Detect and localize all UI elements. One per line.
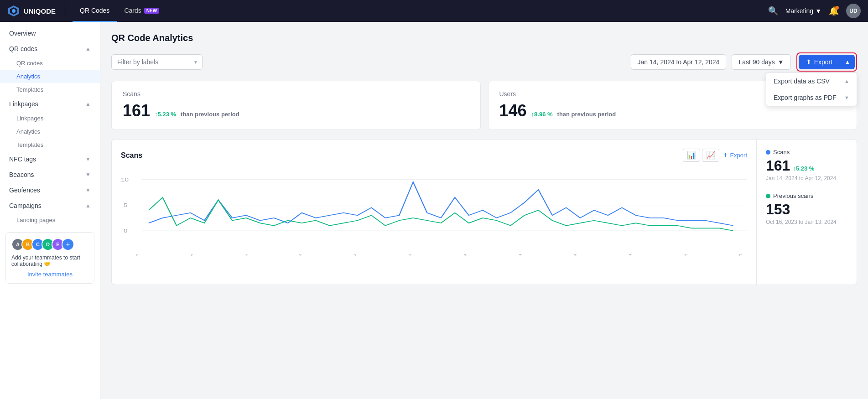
scans-change-text: than previous period	[181, 111, 239, 118]
scans-number: 161	[123, 101, 150, 120]
users-change-text: than previous period	[557, 111, 616, 118]
x-label-jan22: Jan 22	[189, 254, 198, 256]
filter-labels-select[interactable]: Filter by labels	[111, 54, 203, 70]
nav-divider	[65, 5, 65, 16]
export-small-icon: ⬆	[723, 152, 728, 159]
export-dropdown-toggle[interactable]: ▲	[840, 55, 855, 69]
chart-prev-label-row: Previous scans	[766, 192, 847, 199]
line-chart-button[interactable]: 📈	[702, 149, 719, 162]
x-label-feb23: Feb 23	[408, 254, 417, 256]
svg-text:0: 0	[124, 228, 127, 234]
sidebar-sub-templates-qr[interactable]: Templates	[0, 83, 100, 96]
invite-teammates-link[interactable]: Invite teammates	[11, 271, 88, 278]
team-selector[interactable]: Marketing ▼	[785, 7, 821, 15]
chevron-up-icon-lp: ▲	[85, 101, 91, 107]
chart-scans-value-row: 161 ↑5.23 %	[766, 157, 847, 174]
nav-tabs: QR Codes Cards NEW	[73, 0, 768, 22]
x-label-mar02: Mar 02	[463, 254, 473, 256]
sidebar: Overview QR codes ▲ QR codes Analytics T…	[0, 22, 100, 399]
sidebar-sub-linkpages[interactable]: Linkpages	[0, 112, 100, 125]
sidebar-sub-templates-lp[interactable]: Templates	[0, 138, 100, 151]
chevron-down-icon-period: ▼	[778, 58, 784, 66]
users-change: ↑8.96 %	[531, 111, 553, 118]
stat-card-scans: Scans 161 ↑5.23 % than previous period	[111, 81, 481, 130]
filter-label-wrap: Filter by labels	[111, 54, 203, 70]
app-logo[interactable]: UNIQODE	[7, 5, 56, 17]
x-label-feb07: Feb 07	[298, 254, 307, 256]
collab-avatars: A B C D E +	[11, 238, 88, 251]
export-container: ⬆ Export ▲ Export data as CSV ▲ Export g…	[796, 52, 857, 72]
prev-scans-line	[149, 197, 733, 231]
scans-dot	[766, 150, 770, 155]
sidebar-sub-landing-pages[interactable]: Landing pages	[0, 213, 100, 227]
export-dropdown: Export data as CSV ▲ Export graphs as PD…	[766, 73, 857, 106]
app-name: UNIQODE	[24, 7, 56, 15]
x-label-apr11: Apr 11	[738, 254, 747, 256]
chevron-up-icon: ▲	[85, 46, 91, 52]
x-label-mar10: Mar 10	[518, 254, 527, 256]
filter-bar: Filter by labels Jan 14, 2024 to Apr 12,…	[111, 52, 857, 72]
chart-area: 10 5 0 Jan 14 Jan 22 Jan 30 Feb 07	[121, 169, 747, 260]
chart-prev-value-row: 153	[766, 201, 847, 218]
export-highlight: ⬆ Export ▲	[796, 52, 857, 72]
x-axis-labels: Jan 14 Jan 22 Jan 30 Feb 07 Feb 15 Feb 2…	[135, 254, 747, 257]
chevron-up-icon-campaigns: ▲	[85, 202, 91, 209]
sidebar-sub-qrcodes[interactable]: QR codes	[0, 57, 100, 70]
chart-controls: 📊 📈	[683, 149, 719, 162]
chart-export-button[interactable]: ⬆ Export	[723, 152, 747, 159]
chart-scans-label-row: Scans	[766, 149, 847, 155]
collab-box: A B C D E + Add your teammates to start …	[5, 232, 94, 284]
chart-title-label: Scans	[121, 151, 142, 160]
chart-scans-date: Jan 14, 2024 to Apr 12, 2024	[766, 175, 847, 181]
page-title: QR Code Analytics	[111, 33, 857, 43]
chevron-down-icon-nfc: ▼	[85, 156, 91, 162]
stat-cards: Scans 161 ↑5.23 % than previous period U…	[111, 81, 857, 130]
chevron-down-icon: ▼	[815, 7, 821, 15]
notification-dot	[835, 6, 839, 10]
x-label-mar18: Mar 18	[573, 254, 582, 256]
sidebar-item-campaigns[interactable]: Campaigns ▲	[0, 198, 100, 213]
add-teammate-button[interactable]: +	[62, 238, 74, 251]
chart-section: Scans 📊 📈 ⬆ Export	[111, 139, 857, 285]
sidebar-item-beacons[interactable]: Beacons ▼	[0, 167, 100, 182]
search-icon[interactable]: 🔍	[768, 6, 778, 16]
x-label-mar26: Mar 26	[628, 254, 637, 256]
x-label-jan30: Jan 30	[244, 254, 253, 256]
user-avatar[interactable]: UD	[846, 4, 861, 18]
sidebar-item-overview[interactable]: Overview	[0, 26, 100, 41]
main-content: QR Code Analytics Filter by labels Jan 1…	[100, 22, 868, 399]
sidebar-sub-analytics-lp[interactable]: Analytics	[0, 125, 100, 138]
x-label-jan14: Jan 14	[135, 254, 144, 256]
topnav: UNIQODE QR Codes Cards NEW 🔍 Marketing ▼…	[0, 0, 868, 22]
tab-cards[interactable]: Cards NEW	[117, 0, 166, 22]
users-number: 146	[499, 101, 527, 120]
line-chart-svg: 10 5 0	[121, 169, 747, 251]
chart-prev-date: Oct 16, 2023 to Jan 13, 2024	[766, 219, 847, 225]
collab-text: Add your teammates to start collaboratin…	[11, 254, 88, 267]
x-label-apr03: Apr 03	[683, 254, 692, 256]
chart-title-row: Scans 📊 📈 ⬆ Export	[121, 149, 747, 162]
date-range-button[interactable]: Jan 14, 2024 to Apr 12, 2024	[631, 54, 727, 70]
scans-label: Scans	[123, 90, 469, 98]
tab-qr-codes[interactable]: QR Codes	[73, 0, 117, 22]
svg-text:10: 10	[121, 177, 129, 183]
sidebar-item-qrcodes[interactable]: QR codes ▲	[0, 41, 100, 57]
export-csv-option[interactable]: Export data as CSV ▲	[766, 73, 857, 89]
notifications-bell[interactable]: 🔔	[829, 6, 839, 16]
sidebar-item-linkpages[interactable]: Linkpages ▲	[0, 96, 100, 112]
export-pdf-option[interactable]: Export graphs as PDF ▼	[766, 89, 857, 106]
chart-metric-scans: Scans 161 ↑5.23 % Jan 14, 2024 to Apr 12…	[766, 149, 847, 181]
sidebar-sub-analytics-qr[interactable]: Analytics	[0, 70, 100, 83]
chart-main: Scans 📊 📈 ⬆ Export	[112, 140, 756, 285]
last-period-button[interactable]: Last 90 days ▼	[732, 54, 790, 70]
chevron-down-icon-geofences: ▼	[85, 187, 91, 193]
current-scans-line	[149, 182, 733, 226]
sidebar-item-nfc[interactable]: NFC tags ▼	[0, 151, 100, 167]
sidebar-item-geofences[interactable]: Geofences ▼	[0, 182, 100, 198]
export-button[interactable]: ⬆ Export	[799, 55, 840, 69]
topnav-right: 🔍 Marketing ▼ 🔔 UD	[768, 4, 861, 18]
bar-chart-button[interactable]: 📊	[683, 149, 700, 162]
x-label-feb15: Feb 15	[353, 254, 363, 256]
chart-stats-sidebar: Scans 161 ↑5.23 % Jan 14, 2024 to Apr 12…	[756, 140, 857, 285]
chart-metric-prev-scans: Previous scans 153 Oct 16, 2023 to Jan 1…	[766, 192, 847, 225]
